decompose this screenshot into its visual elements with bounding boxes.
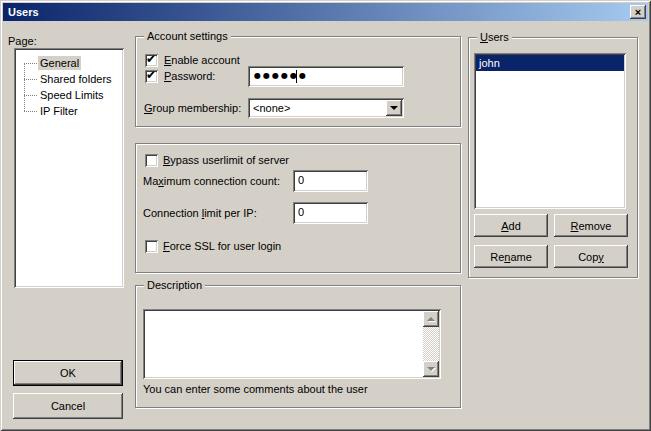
tree-item-general[interactable]: General bbox=[14, 55, 124, 71]
description-scrollbar[interactable] bbox=[423, 311, 439, 377]
copy-button[interactable]: Copy bbox=[554, 245, 628, 268]
password-input[interactable]: ●●●●●● bbox=[248, 66, 404, 87]
rename-button[interactable]: Rename bbox=[474, 245, 548, 268]
scroll-down-button[interactable] bbox=[423, 361, 439, 377]
description-textarea[interactable] bbox=[143, 309, 441, 379]
close-button[interactable]: × bbox=[630, 5, 646, 19]
tree-item-shared-folders[interactable]: Shared folders bbox=[14, 71, 124, 87]
arrow-down-icon bbox=[427, 367, 435, 375]
users-listbox[interactable]: john bbox=[474, 53, 626, 209]
account-settings-title: Account settings bbox=[144, 29, 231, 43]
tree-connector bbox=[24, 63, 37, 64]
check-icon: ✔ bbox=[146, 52, 156, 66]
password-value: ●●●●●● bbox=[254, 66, 308, 86]
remove-button[interactable]: Remove bbox=[554, 214, 628, 237]
page-tree[interactable]: General Shared folders Speed Limits IP F… bbox=[14, 48, 124, 288]
text-caret bbox=[296, 70, 297, 83]
check-icon: ✔ bbox=[146, 68, 156, 82]
page-label: Page: bbox=[8, 35, 37, 48]
arrow-up-icon bbox=[427, 313, 435, 321]
max-connection-input[interactable]: 0 bbox=[293, 170, 368, 192]
password-checkbox[interactable]: ✔ bbox=[145, 70, 158, 83]
tree-item-label: Speed Limits bbox=[38, 88, 106, 102]
connection-limit-input[interactable]: 0 bbox=[293, 202, 368, 224]
rename-button-label: Rename bbox=[490, 251, 532, 263]
scroll-up-button[interactable] bbox=[423, 311, 439, 327]
tree-connector bbox=[24, 95, 37, 96]
add-button[interactable]: Add bbox=[474, 214, 548, 237]
group-membership-label: Group membership: bbox=[144, 102, 241, 115]
bypass-userlimit-checkbox[interactable] bbox=[145, 154, 158, 167]
cancel-button-label: Cancel bbox=[51, 400, 85, 412]
description-hint: You can enter some comments about the us… bbox=[143, 383, 368, 396]
window-title: Users bbox=[3, 6, 39, 18]
list-item-john[interactable]: john bbox=[476, 55, 624, 71]
tree-connector bbox=[24, 79, 37, 80]
bypass-userlimit-label: Bypass userlimit of server bbox=[163, 154, 289, 167]
title-bar[interactable]: Users × bbox=[3, 3, 648, 21]
force-ssl-checkbox[interactable] bbox=[145, 240, 158, 253]
tree-connector bbox=[24, 111, 37, 112]
group-membership-select[interactable]: <none> bbox=[248, 98, 404, 118]
enable-account-label: Enable account bbox=[164, 54, 240, 67]
list-item-label: john bbox=[479, 57, 500, 69]
users-group-title: Users bbox=[477, 30, 512, 44]
password-label: Password: bbox=[164, 70, 215, 83]
dropdown-button[interactable] bbox=[386, 100, 402, 116]
remove-button-label: Remove bbox=[571, 220, 612, 232]
copy-button-label: Copy bbox=[578, 251, 604, 263]
connection-limit-value: 0 bbox=[298, 202, 304, 223]
add-button-label: Add bbox=[501, 220, 521, 232]
close-icon: × bbox=[635, 7, 641, 17]
description-title: Description bbox=[144, 278, 205, 292]
tree-item-ip-filter[interactable]: IP Filter bbox=[14, 103, 124, 119]
max-connection-label: Maximum connection count: bbox=[143, 175, 280, 188]
force-ssl-label: Force SSL for user login bbox=[163, 240, 281, 253]
enable-account-checkbox[interactable]: ✔ bbox=[145, 54, 158, 67]
tree-item-speed-limits[interactable]: Speed Limits bbox=[14, 87, 124, 103]
tree-item-label: General bbox=[38, 56, 81, 70]
group-membership-value: <none> bbox=[253, 98, 290, 118]
max-connection-value: 0 bbox=[298, 170, 304, 191]
ok-button-label: OK bbox=[60, 367, 76, 379]
ok-button[interactable]: OK bbox=[13, 360, 123, 386]
chevron-down-icon bbox=[390, 106, 398, 114]
connection-limit-label: Connection limit per IP: bbox=[143, 207, 257, 220]
tree-item-label: Shared folders bbox=[38, 72, 114, 86]
tree-item-label: IP Filter bbox=[38, 104, 80, 118]
cancel-button[interactable]: Cancel bbox=[13, 393, 123, 419]
